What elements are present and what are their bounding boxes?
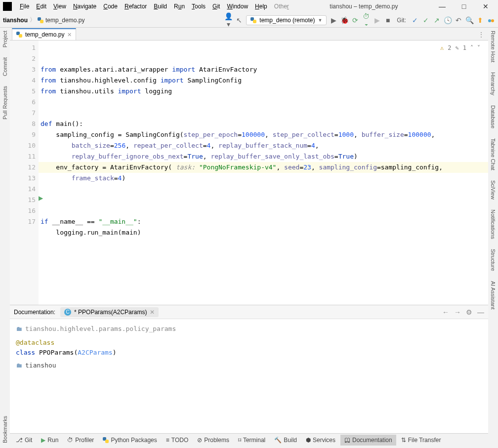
- doc-settings-icon[interactable]: ⚙: [466, 308, 472, 316]
- menu-navigate[interactable]: Navigate: [70, 1, 99, 12]
- app-icon: [3, 2, 12, 11]
- tab-options-icon[interactable]: ⋮: [474, 29, 488, 40]
- rerun-button[interactable]: ▶: [373, 16, 381, 24]
- tool-commit[interactable]: Commit: [2, 57, 8, 76]
- tool-pull-requests[interactable]: Pull Requests: [2, 86, 8, 120]
- menu-help[interactable]: Help: [252, 1, 270, 12]
- tool-ai-assistant[interactable]: AI Assistant: [490, 281, 496, 309]
- folder-icon: 🖿: [16, 324, 22, 334]
- search-button[interactable]: 🔍: [465, 16, 473, 24]
- folder-icon: 🖿: [16, 361, 22, 370]
- inspections-widget[interactable]: ⚠2 ✎1 ˄ ˅: [440, 42, 480, 53]
- menu-run[interactable]: Run: [171, 1, 188, 12]
- maximize-button[interactable]: □: [457, 2, 470, 10]
- tool-file-transfer[interactable]: ⇅File Transfer: [397, 435, 445, 446]
- python-file-icon: [16, 32, 22, 38]
- git-label: Git:: [397, 17, 406, 24]
- doc-path[interactable]: tianshou.highlevel.params.policy_params: [25, 324, 176, 334]
- tool-sciview[interactable]: SciView: [490, 180, 496, 200]
- menu-refactor[interactable]: Refactor: [122, 1, 150, 12]
- tool-profiler[interactable]: ⏱Profiler: [63, 435, 98, 446]
- next-highlight-icon[interactable]: ˅: [477, 42, 480, 53]
- stop-button[interactable]: ■: [384, 16, 392, 24]
- tool-project[interactable]: Project: [2, 31, 8, 47]
- window-title: tianshou – temp_demo.py: [292, 3, 436, 10]
- git-commit-button[interactable]: ✓: [422, 16, 430, 24]
- chevron-down-icon: ▼: [318, 18, 322, 23]
- run-button[interactable]: ▶: [330, 16, 337, 24]
- menubar: File Edit View Navigate Code Refactor Bu…: [17, 1, 292, 12]
- ide-settings-button[interactable]: ⬆: [476, 16, 484, 24]
- typo-icon[interactable]: ✎: [456, 42, 459, 53]
- tool-build[interactable]: 🔨Build: [270, 435, 301, 446]
- tool-python-packages[interactable]: Python Packages: [99, 435, 161, 446]
- close-button[interactable]: ✕: [479, 2, 492, 10]
- git-rollback-button[interactable]: ↶: [455, 16, 462, 24]
- user-icon[interactable]: 👤▾: [224, 12, 232, 28]
- tool-todo[interactable]: ≡TODO: [162, 435, 192, 446]
- menu-file[interactable]: File: [17, 1, 32, 12]
- tool-run[interactable]: ▶Run: [37, 435, 62, 446]
- doc-parent-link[interactable]: A2CParams: [78, 349, 112, 356]
- python-file-icon: [250, 17, 256, 23]
- doc-title: Documentation:: [14, 309, 55, 316]
- git-history-button[interactable]: 🕓: [444, 16, 452, 24]
- git-update-button[interactable]: ✓: [411, 16, 419, 24]
- navbar: tianshou 〉 temp_demo.py 👤▾ ↖ temp_demo (…: [0, 13, 498, 28]
- tool-bookmarks[interactable]: Bookmarks: [2, 416, 8, 443]
- tool-tabnine[interactable]: Tabnine Chat: [490, 138, 496, 170]
- tool-structure[interactable]: Structure: [490, 249, 496, 271]
- code-editor[interactable]: 1 2 3 4 5 6 7 8 9 10 11 12 13 14 15 16 1: [10, 41, 488, 305]
- doc-tab[interactable]: C * PPOParams(A2CParams) ✕: [60, 307, 159, 317]
- minimize-button[interactable]: —: [436, 2, 449, 10]
- class-icon: C: [64, 309, 71, 316]
- run-config-label: temp_demo (remote): [259, 17, 315, 24]
- warning-icon[interactable]: ⚠: [440, 42, 444, 53]
- git-push-button[interactable]: ↗: [433, 16, 441, 24]
- close-doc-tab-icon[interactable]: ✕: [150, 309, 155, 316]
- editor-tab[interactable]: temp_demo.py ✕: [12, 28, 76, 40]
- doc-hide-icon[interactable]: —: [477, 308, 484, 316]
- tab-label: temp_demo.py: [25, 31, 64, 38]
- doc-forward-icon[interactable]: →: [454, 308, 461, 316]
- copilot-icon[interactable]: [487, 16, 495, 24]
- coverage-button[interactable]: ⟳: [351, 16, 359, 24]
- tool-database[interactable]: Database: [490, 105, 496, 128]
- close-tab-icon[interactable]: ✕: [67, 32, 72, 38]
- menu-code[interactable]: Code: [100, 1, 121, 12]
- prev-highlight-icon[interactable]: ˄: [470, 42, 473, 53]
- editor-tabs: temp_demo.py ✕ ⋮: [10, 28, 488, 41]
- menu-other[interactable]: Other: [271, 1, 292, 12]
- tool-problems[interactable]: ⊘Problems: [193, 435, 233, 446]
- tool-remote-host[interactable]: Remote Host: [490, 31, 496, 62]
- debug-button[interactable]: 🐞: [340, 16, 348, 24]
- code-area[interactable]: from examples.atari.atari_wrapper import…: [39, 41, 488, 305]
- menu-build[interactable]: Build: [151, 1, 170, 12]
- run-config-selector[interactable]: temp_demo (remote) ▼: [246, 15, 327, 25]
- tool-services[interactable]: ⬢Services: [302, 435, 339, 446]
- svg-point-0: [488, 19, 491, 22]
- breadcrumb-project[interactable]: tianshou: [3, 17, 28, 24]
- tool-git[interactable]: ⎇Git: [12, 435, 36, 446]
- menu-git[interactable]: Git: [209, 1, 223, 12]
- tool-terminal[interactable]: ⌑Terminal: [234, 435, 269, 446]
- menu-edit[interactable]: Edit: [33, 1, 49, 12]
- breadcrumb[interactable]: tianshou 〉 temp_demo.py: [3, 16, 84, 24]
- titlebar: File Edit View Navigate Code Refactor Bu…: [0, 0, 498, 13]
- menu-tools[interactable]: Tools: [189, 1, 208, 12]
- back-arrow-icon[interactable]: ↖: [235, 16, 243, 24]
- doc-package[interactable]: tianshou: [25, 361, 56, 370]
- menu-view[interactable]: View: [50, 1, 69, 12]
- documentation-panel: Documentation: C * PPOParams(A2CParams) …: [10, 305, 488, 433]
- tool-hierarchy[interactable]: Hierarchy: [490, 72, 496, 95]
- breadcrumb-file[interactable]: temp_demo.py: [45, 17, 84, 24]
- left-tool-strip: Project Commit Pull Requests Bookmarks: [0, 28, 10, 448]
- tool-documentation[interactable]: 🕮Documentation: [340, 435, 396, 446]
- doc-back-icon[interactable]: ←: [442, 308, 449, 316]
- right-tool-strip: Remote Host Hierarchy Database Tabnine C…: [488, 28, 498, 448]
- profile-button[interactable]: ⏱▾: [362, 12, 370, 28]
- tool-notifications[interactable]: Notifications: [490, 209, 496, 239]
- doc-body: 🖿tianshou.highlevel.params.policy_params…: [10, 319, 488, 433]
- svg-point-1: [491, 19, 494, 22]
- menu-window[interactable]: Window: [224, 1, 251, 12]
